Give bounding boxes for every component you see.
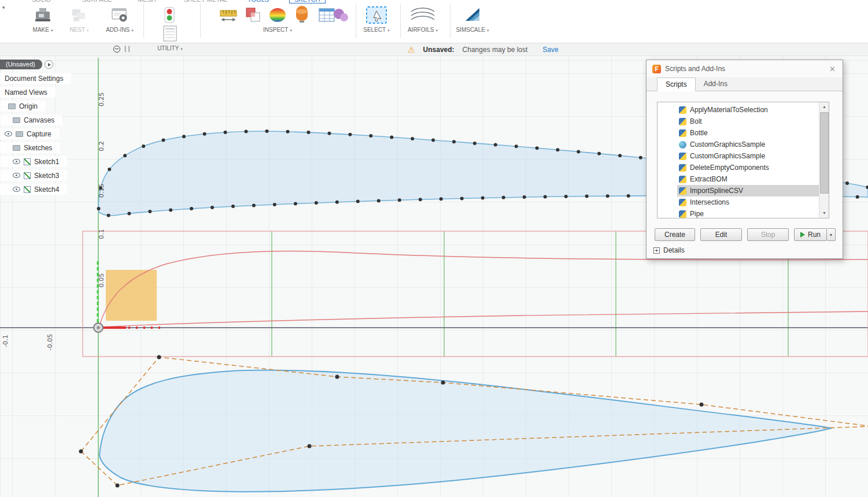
airfoils-icon[interactable] — [409, 6, 437, 24]
orange-highlight-rect[interactable] — [106, 270, 157, 321]
script-item[interactable]: CustomGraphicsSample — [677, 139, 819, 150]
toolbar-group-airfoils[interactable]: AIRFOILS — [405, 6, 441, 33]
browser-item-sketch4[interactable]: Sketch4 — [0, 184, 67, 195]
traffic-light-icon[interactable] — [161, 6, 179, 24]
visibility-eye-icon[interactable] — [5, 131, 12, 136]
ribbon-tab-solid[interactable]: SOLID — [32, 0, 51, 3]
document-title-pill[interactable]: (Unsaved) — [0, 60, 42, 69]
select-icon[interactable] — [365, 6, 388, 24]
select-label[interactable]: SELECT — [360, 27, 393, 33]
dialog-tabs: Scripts Add-Ins — [647, 77, 843, 91]
visibility-eye-icon[interactable] — [13, 187, 20, 192]
script-item[interactable]: Intersections — [677, 196, 819, 208]
airfoil-bottom-outline[interactable] — [99, 370, 831, 492]
measure-ruler-icon[interactable] — [219, 6, 238, 24]
browser-item-sketches[interactable]: Sketches — [0, 142, 60, 153]
section-analysis-icon[interactable] — [293, 6, 311, 24]
script-item[interactable]: ApplyMaterialToSelection — [677, 104, 819, 116]
browser-item-origin[interactable]: Origin — [0, 101, 46, 112]
toolbar-group-inspect[interactable]: INSPECT — [204, 6, 352, 33]
document-expand-icon[interactable] — [45, 60, 53, 69]
script-item[interactable]: CustomGraphicsSample — [677, 150, 819, 162]
unsaved-message: Changes may be lost — [463, 46, 528, 54]
visibility-eye-icon[interactable] — [13, 173, 20, 178]
inspect-label[interactable]: INSPECT — [243, 27, 312, 33]
collapse-circle-icon[interactable] — [113, 46, 120, 53]
scripts-addins-dialog: F Scripts and Add-Ins Scripts Add-Ins Ap… — [646, 60, 843, 259]
simscale-label[interactable]: SIMSCALE — [455, 27, 490, 33]
svg-text:0.15: 0.15 — [98, 184, 105, 198]
ribbon-tab-sheetmetal[interactable]: SHEET METAL — [184, 0, 227, 3]
python-icon — [679, 106, 686, 114]
browser-item-sketch3[interactable]: Sketch3 — [0, 170, 67, 181]
sketches-folder-icon — [13, 145, 20, 151]
fusion-logo-icon: F — [652, 65, 661, 73]
edit-button[interactable]: Edit — [700, 228, 742, 241]
script-item-selected[interactable]: ImportSplineCSV — [677, 185, 819, 196]
browser-item-capture[interactable]: Capture — [0, 128, 60, 139]
run-button[interactable]: Run — [794, 228, 827, 241]
make-printer-icon[interactable] — [34, 6, 52, 24]
scroll-thumb[interactable] — [820, 112, 829, 194]
scripts-list: ApplyMaterialToSelection Bolt Bottle Cus… — [657, 102, 829, 218]
toolbar-group-utility[interactable]: UTILITY — [148, 6, 192, 51]
document-tab-bar: ∣∣ ⚠ Unsaved: Changes may be lost Save — [0, 43, 868, 56]
capture-icon — [16, 131, 23, 137]
ribbon-tab-sketch[interactable]: SKETCH — [289, 0, 326, 3]
ribbon-tab-surface[interactable]: SURFACE — [82, 0, 112, 3]
red-upper-curve[interactable] — [99, 251, 868, 325]
browser-item-document-settings[interactable]: Document Settings — [0, 73, 71, 84]
details-expander[interactable]: Details — [653, 246, 685, 254]
display-mode-spheres-icon[interactable] — [331, 6, 350, 24]
make-label[interactable]: MAKE — [28, 27, 58, 33]
simscale-icon[interactable] — [463, 6, 482, 24]
toolbar-divider — [356, 3, 356, 38]
addins-icon[interactable] — [110, 6, 129, 24]
red-lower-curve[interactable] — [99, 311, 868, 327]
tab-addins[interactable]: Add-Ins — [696, 77, 736, 91]
save-link[interactable]: Save — [542, 46, 558, 54]
toolbar-group-nest[interactable]: NEST — [65, 6, 94, 33]
browser-item-sketch1[interactable]: Sketch1 — [0, 156, 67, 167]
script-item[interactable]: DeleteEmptyComponents — [677, 162, 819, 173]
cpp-icon — [679, 141, 686, 149]
visibility-eye-icon[interactable] — [13, 159, 20, 164]
toolbar-divider — [143, 3, 144, 38]
scroll-up-icon[interactable] — [819, 102, 829, 112]
toolbar-group-simscale[interactable]: SIMSCALE — [455, 6, 490, 33]
addins-label[interactable]: ADD-INS — [103, 27, 136, 33]
toolbar-overflow-caret[interactable]: ▾ — [2, 5, 5, 10]
python-icon — [679, 129, 686, 137]
airfoils-label[interactable]: AIRFOILS — [405, 27, 441, 33]
browser-item-named-views[interactable]: Named Views — [0, 87, 56, 98]
close-icon[interactable] — [828, 65, 837, 73]
browser-item-canvases[interactable]: Canvases — [0, 114, 62, 125]
scrollbar[interactable] — [819, 102, 829, 218]
utility-label[interactable]: UTILITY — [148, 45, 192, 51]
svg-text:0.05: 0.05 — [98, 273, 105, 288]
run-dropdown-button[interactable] — [827, 228, 836, 241]
script-item[interactable]: ExtractBOM — [677, 173, 819, 185]
script-item[interactable]: Bottle — [677, 127, 819, 139]
toolbar-divider — [400, 3, 401, 38]
python-icon — [679, 164, 686, 172]
curvature-map-icon[interactable] — [268, 6, 287, 24]
unsaved-warning-bar: ⚠ Unsaved: Changes may be lost Save — [408, 43, 559, 56]
create-button[interactable]: Create — [655, 228, 695, 241]
pane-handle-icon[interactable]: ∣∣ — [124, 45, 131, 53]
dialog-titlebar[interactable]: F Scripts and Add-Ins — [647, 60, 843, 77]
stop-button[interactable]: Stop — [747, 228, 789, 241]
ribbon-tab-tools[interactable]: TOOLS — [248, 0, 269, 3]
toolbar-group-addins[interactable]: ADD-INS — [103, 6, 136, 33]
script-item[interactable]: Bolt — [677, 116, 819, 127]
toolbar-group-make[interactable]: MAKE — [28, 6, 58, 33]
origin-marker[interactable] — [94, 323, 103, 332]
tab-scripts[interactable]: Scripts — [657, 77, 696, 91]
bom-list-icon[interactable] — [161, 24, 179, 43]
toolbar-group-select[interactable]: SELECT — [360, 6, 393, 33]
canvases-folder-icon — [13, 117, 20, 123]
scroll-down-icon[interactable] — [819, 209, 829, 218]
interference-icon[interactable] — [244, 6, 263, 24]
script-item[interactable]: Pipe — [677, 208, 819, 218]
ribbon-tab-mesh[interactable]: MESH — [138, 0, 156, 3]
